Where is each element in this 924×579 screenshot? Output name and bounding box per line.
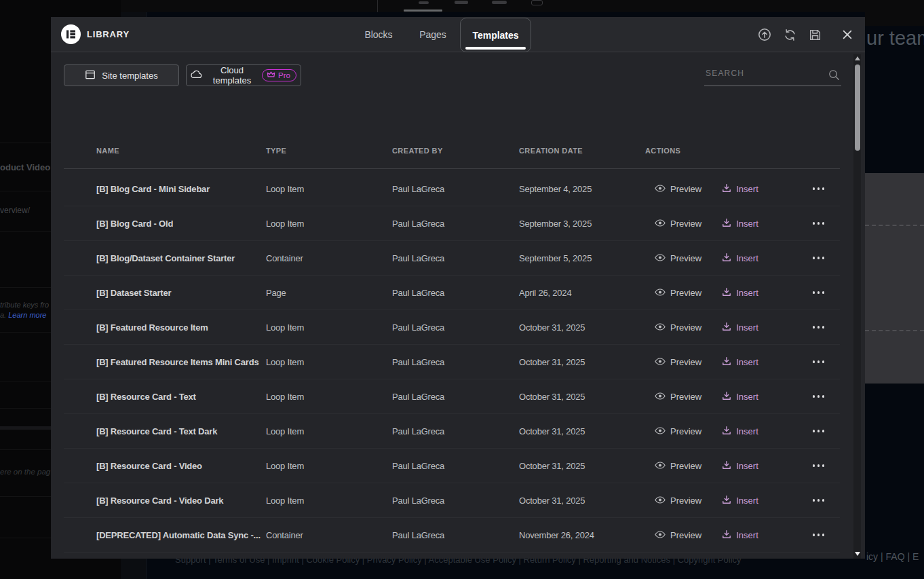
more-actions-button[interactable] <box>813 496 825 504</box>
eye-icon <box>655 219 666 229</box>
template-creation-date: October 31, 2025 <box>519 461 645 471</box>
template-created-by: Paul LaGreca <box>392 426 519 436</box>
search-icon <box>828 69 840 83</box>
table-row: [B] Featured Resource Item Loop Item Pau… <box>64 310 840 345</box>
more-actions-button[interactable] <box>813 185 825 193</box>
save-icon[interactable] <box>808 28 822 41</box>
preview-button[interactable]: Preview <box>655 392 701 402</box>
table-body: [B] Blog Card - Mini Sidebar Loop Item P… <box>64 172 840 553</box>
cloud-templates-button[interactable]: Cloud templates Pro <box>186 64 301 86</box>
scrollbar-thumb[interactable] <box>855 64 860 151</box>
insert-label: Insert <box>736 288 758 298</box>
preview-button[interactable]: Preview <box>655 426 701 436</box>
cloud-templates-label: Cloud templates <box>208 65 256 86</box>
column-header-actions: ACTIONS <box>645 147 840 155</box>
insert-button[interactable]: Insert <box>722 529 758 541</box>
more-actions-button[interactable] <box>813 219 825 227</box>
insert-label: Insert <box>736 357 758 367</box>
template-name: [B] Resource Card - Text Dark <box>96 426 266 436</box>
close-icon[interactable] <box>841 28 854 41</box>
template-type: Loop Item <box>266 322 392 333</box>
ellipsis-icon <box>813 222 815 225</box>
eye-icon <box>655 253 666 263</box>
more-actions-button[interactable] <box>813 358 825 366</box>
preview-button[interactable]: Preview <box>655 496 701 506</box>
preview-button[interactable]: Preview <box>655 184 701 194</box>
preview-button[interactable]: Preview <box>655 357 701 367</box>
bg-editor-section <box>865 173 924 384</box>
eye-icon <box>655 288 666 298</box>
table-header-divider <box>64 168 840 169</box>
preview-button[interactable]: Preview <box>655 461 701 471</box>
insert-button[interactable]: Insert <box>722 495 758 506</box>
preview-button[interactable]: Preview <box>655 219 701 229</box>
tab-blocks[interactable]: Blocks <box>351 17 406 52</box>
header-actions <box>758 17 854 52</box>
eye-icon <box>655 357 666 367</box>
site-templates-button[interactable]: Site templates <box>64 64 179 86</box>
insert-button[interactable]: Insert <box>722 391 758 403</box>
insert-button[interactable]: Insert <box>722 218 758 229</box>
template-name: [B] Dataset Starter <box>96 288 266 298</box>
library-title: LIBRARY <box>87 29 130 39</box>
preview-label: Preview <box>670 357 701 367</box>
preview-button[interactable]: Preview <box>655 322 701 333</box>
eye-icon <box>655 461 666 471</box>
preview-button[interactable]: Preview <box>655 530 701 540</box>
bg-text-prefix: a. <box>0 311 8 319</box>
scrollbar-up-arrow[interactable] <box>855 56 860 60</box>
crown-icon <box>267 71 275 80</box>
row-actions: Preview Insert <box>645 183 840 195</box>
toolbar-icon-fragment <box>492 1 507 4</box>
more-actions-button[interactable] <box>813 392 825 400</box>
ellipsis-icon <box>817 395 820 398</box>
ellipsis-icon <box>822 395 825 398</box>
insert-download-icon <box>722 391 731 403</box>
ellipsis-icon <box>813 326 815 329</box>
insert-button[interactable]: Insert <box>722 322 758 333</box>
insert-button[interactable]: Insert <box>722 287 758 299</box>
table-row: [DEPRECATED] Automatic Data Sync -... Co… <box>64 518 840 553</box>
scrollbar-down-arrow[interactable] <box>855 552 860 556</box>
more-actions-button[interactable] <box>813 323 825 331</box>
more-actions-button[interactable] <box>813 254 825 262</box>
sync-icon[interactable] <box>783 28 796 41</box>
template-type: Loop Item <box>266 496 392 506</box>
insert-download-icon <box>722 495 731 506</box>
ellipsis-icon <box>813 534 815 536</box>
insert-label: Insert <box>736 184 758 194</box>
eye-icon <box>655 184 666 194</box>
pro-badge-label: Pro <box>278 71 290 80</box>
row-actions: Preview Insert <box>645 460 840 472</box>
insert-button[interactable]: Insert <box>722 426 758 437</box>
preview-button[interactable]: Preview <box>655 288 701 298</box>
eye-icon <box>655 392 666 402</box>
more-actions-button[interactable] <box>813 531 825 539</box>
template-creation-date: October 31, 2025 <box>519 357 645 367</box>
insert-button[interactable]: Insert <box>722 356 758 368</box>
upload-icon[interactable] <box>758 28 771 41</box>
insert-button[interactable]: Insert <box>722 253 758 264</box>
elementor-logo <box>61 24 81 44</box>
more-actions-button[interactable] <box>813 462 825 470</box>
bg-text-overview: verview/ <box>0 206 30 215</box>
bg-text-product-video: oduct Video <box>0 162 50 172</box>
table-row: [B] Blog Card - Mini Sidebar Loop Item P… <box>64 172 840 206</box>
tab-templates[interactable]: Templates <box>460 18 531 52</box>
template-type: Loop Item <box>266 219 392 229</box>
template-name: [B] Resource Card - Text <box>96 392 266 402</box>
tab-pages[interactable]: Pages <box>406 17 460 52</box>
preview-label: Preview <box>670 392 701 402</box>
insert-button[interactable]: Insert <box>722 183 758 195</box>
search-input[interactable] <box>704 64 841 86</box>
preview-label: Preview <box>670 461 701 471</box>
template-type: Loop Item <box>266 426 392 436</box>
more-actions-button[interactable] <box>813 288 825 297</box>
search-box <box>704 64 841 86</box>
more-actions-button[interactable] <box>813 427 825 435</box>
row-actions: Preview Insert <box>645 356 840 368</box>
ellipsis-icon <box>822 534 825 536</box>
preview-button[interactable]: Preview <box>655 253 701 263</box>
insert-download-icon <box>722 426 731 437</box>
insert-button[interactable]: Insert <box>722 460 758 472</box>
